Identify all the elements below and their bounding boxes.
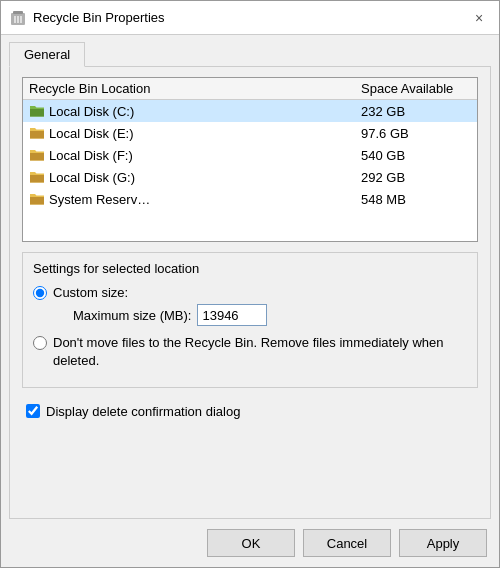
ok-button[interactable]: OK bbox=[207, 529, 295, 557]
drive-list-body[interactable]: Local Disk (C:) 232 GB Local Disk (E:) 9… bbox=[23, 100, 477, 241]
list-item[interactable]: System Reserv… 548 MB bbox=[23, 188, 477, 210]
drive-list: Recycle Bin Location Space Available Loc… bbox=[22, 77, 478, 242]
disk-space: 540 GB bbox=[361, 148, 471, 163]
disk-name: Local Disk (F:) bbox=[49, 148, 361, 163]
close-button[interactable]: × bbox=[467, 6, 491, 30]
list-item[interactable]: Local Disk (C:) 232 GB bbox=[23, 100, 477, 122]
recycle-bin-properties-dialog: Recycle Bin Properties × General Recycle… bbox=[0, 0, 500, 568]
max-size-label: Maximum size (MB): bbox=[73, 308, 191, 323]
list-item[interactable]: Local Disk (E:) 97.6 GB bbox=[23, 122, 477, 144]
disk-name: System Reserv… bbox=[49, 192, 361, 207]
svg-rect-1 bbox=[13, 11, 23, 14]
folder-icon bbox=[29, 169, 45, 185]
no-move-radio[interactable] bbox=[33, 336, 47, 350]
disk-name: Local Disk (C:) bbox=[49, 104, 361, 119]
max-size-row: Maximum size (MB): bbox=[73, 304, 267, 326]
custom-size-radio-row: Custom size: Maximum size (MB): bbox=[33, 284, 467, 326]
recycle-bin-icon bbox=[9, 9, 27, 27]
custom-size-label: Custom size: bbox=[53, 285, 128, 300]
apply-button[interactable]: Apply bbox=[399, 529, 487, 557]
confirm-dialog-row: Display delete confirmation dialog bbox=[22, 398, 478, 425]
dialog-title: Recycle Bin Properties bbox=[33, 10, 165, 25]
col-location-header: Recycle Bin Location bbox=[29, 81, 361, 96]
disk-space: 97.6 GB bbox=[361, 126, 471, 141]
disk-name: Local Disk (G:) bbox=[49, 170, 361, 185]
cancel-button[interactable]: Cancel bbox=[303, 529, 391, 557]
tab-general[interactable]: General bbox=[9, 42, 85, 67]
title-bar-left: Recycle Bin Properties bbox=[9, 9, 165, 27]
confirm-dialog-label: Display delete confirmation dialog bbox=[46, 404, 240, 419]
max-size-input[interactable] bbox=[197, 304, 267, 326]
no-move-radio-row: Don't move files to the Recycle Bin. Rem… bbox=[33, 334, 467, 370]
folder-icon bbox=[29, 191, 45, 207]
tab-content: Recycle Bin Location Space Available Loc… bbox=[9, 66, 491, 519]
footer: OK Cancel Apply bbox=[1, 519, 499, 567]
disk-space: 292 GB bbox=[361, 170, 471, 185]
no-move-label: Don't move files to the Recycle Bin. Rem… bbox=[53, 334, 467, 370]
list-header: Recycle Bin Location Space Available bbox=[23, 78, 477, 100]
title-bar: Recycle Bin Properties × bbox=[1, 1, 499, 35]
confirm-dialog-checkbox[interactable] bbox=[26, 404, 40, 418]
settings-title: Settings for selected location bbox=[33, 261, 467, 276]
list-item[interactable]: Local Disk (F:) 540 GB bbox=[23, 144, 477, 166]
disk-space: 232 GB bbox=[361, 104, 471, 119]
col-space-header: Space Available bbox=[361, 81, 471, 96]
disk-space: 548 MB bbox=[361, 192, 471, 207]
folder-icon bbox=[29, 147, 45, 163]
list-item[interactable]: Local Disk (G:) 292 GB bbox=[23, 166, 477, 188]
tab-bar: General bbox=[1, 35, 499, 66]
settings-box: Settings for selected location Custom si… bbox=[22, 252, 478, 388]
disk-name: Local Disk (E:) bbox=[49, 126, 361, 141]
folder-icon bbox=[29, 103, 45, 119]
folder-icon bbox=[29, 125, 45, 141]
custom-size-radio[interactable] bbox=[33, 286, 47, 300]
